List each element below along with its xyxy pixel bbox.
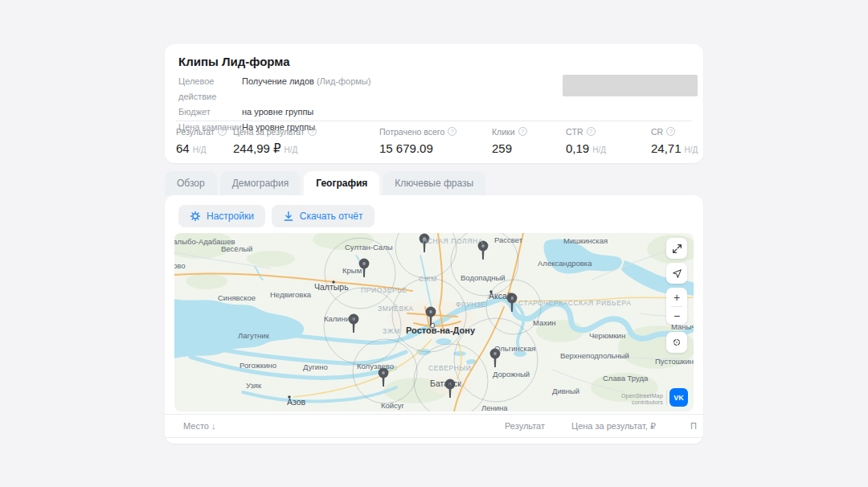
report-toolbar: Настройки Скачать отчёт xyxy=(178,205,375,227)
map-data-layer xyxy=(174,233,694,411)
metric-value-suffix: Н/Д xyxy=(592,145,606,154)
expand-icon xyxy=(672,244,682,254)
marker-dot xyxy=(382,371,385,374)
divider xyxy=(176,121,692,121)
map-marker[interactable] xyxy=(490,349,501,367)
column-header-4[interactable]: П xyxy=(690,421,703,431)
metric: Цена за результат?244,99 ₽Н/Д xyxy=(233,126,379,156)
help-icon[interactable]: ? xyxy=(587,127,596,136)
tab-2[interactable]: Демография xyxy=(220,171,301,195)
help-icon[interactable]: ? xyxy=(666,127,675,136)
map-marker[interactable] xyxy=(478,241,489,260)
metric: Потрачено всего?15 679.09 xyxy=(379,126,492,156)
map-attribution[interactable]: OpenStreetMap contributors xyxy=(621,393,663,406)
place-dot xyxy=(489,290,492,293)
radius-circle xyxy=(325,238,395,309)
metrics-row: Результат?64Н/ДЦена за результат?244,99 … xyxy=(176,126,695,156)
locate-button[interactable] xyxy=(666,332,687,353)
column-header-3[interactable]: Цена за результат, ₽ xyxy=(571,421,690,432)
metric-value: 0,19Н/Д xyxy=(566,141,651,155)
field-budget: Бюджет на уровне группы xyxy=(178,104,690,120)
geography-report-card: Настройки Скачать отчёт xyxy=(165,195,703,444)
metric-value: 24,71Н/Д xyxy=(651,141,698,155)
metric-value-suffix: Н/Д xyxy=(685,145,698,154)
locate-icon xyxy=(671,337,682,348)
tab-1[interactable]: Обзор xyxy=(165,171,217,195)
download-icon xyxy=(283,211,294,222)
metric: CTR?0,19Н/Д xyxy=(566,126,651,156)
place-dot xyxy=(288,395,290,398)
map-marker[interactable] xyxy=(507,293,518,312)
place-dot xyxy=(332,280,334,283)
redacted-block xyxy=(563,75,698,96)
field-value: на уровне группы xyxy=(242,104,313,120)
metric-value-suffix: Н/Д xyxy=(285,145,298,154)
radius-circle xyxy=(486,280,541,334)
metric-label: Результат? xyxy=(176,126,233,137)
report-tabs: ОбзорДемографияГеографияКлючевые фразы xyxy=(165,171,485,195)
map-canvas[interactable]: Халыбо-АдабашевВесёлыйовоСултан-СалыКрым… xyxy=(174,233,694,411)
help-icon[interactable]: ? xyxy=(308,127,317,136)
marker-dot xyxy=(493,352,497,355)
map-marker[interactable] xyxy=(420,234,430,252)
map-marker[interactable] xyxy=(379,368,389,387)
metric-label: CR? xyxy=(651,126,698,137)
marker-dot xyxy=(423,237,426,240)
marker-dot xyxy=(362,262,366,265)
page-title: Клипы Лид-форма xyxy=(165,44,703,69)
attribution-line: contributors xyxy=(621,399,663,406)
map-marker[interactable] xyxy=(445,379,456,398)
metric-value-number: 0,19 xyxy=(566,141,589,155)
help-icon[interactable]: ? xyxy=(218,127,227,136)
metric-value-number: 64 xyxy=(176,141,190,155)
radius-circle xyxy=(414,344,488,411)
metric-label-text: Результат xyxy=(176,127,215,137)
gear-icon xyxy=(190,211,201,222)
metric-label-text: Потрачено всего xyxy=(379,127,444,137)
metric-label: Цена за результат? xyxy=(233,126,379,137)
download-report-button[interactable]: Скачать отчёт xyxy=(272,205,375,227)
map-expand-button[interactable] xyxy=(666,238,687,259)
marker-dot xyxy=(481,244,485,248)
metric-value-suffix: Н/Д xyxy=(193,145,207,154)
zoom-out-button[interactable]: − xyxy=(666,307,687,325)
help-icon[interactable]: ? xyxy=(448,127,457,136)
tab-4[interactable]: Ключевые фразы xyxy=(383,171,485,195)
metric-value-number: 244,99 ₽ xyxy=(233,141,281,156)
column-header-1[interactable]: Место ↓ xyxy=(183,421,505,431)
marker-dot xyxy=(448,383,452,386)
map-marker[interactable] xyxy=(426,307,436,325)
map-marker[interactable] xyxy=(359,259,370,277)
settings-button-label: Настройки xyxy=(207,211,254,222)
metric-value: 64Н/Д xyxy=(176,141,233,155)
map-zoom-control: + − xyxy=(666,288,687,325)
metric-label-text: Клики xyxy=(492,127,515,137)
tab-3[interactable]: География xyxy=(304,171,379,195)
metric-value-number: 24,71 xyxy=(651,141,682,155)
metric-value: 15 679.09 xyxy=(379,141,492,155)
metric-label-text: CTR xyxy=(566,127,583,137)
field-note: (Лид-формы) xyxy=(317,74,371,104)
column-header-2[interactable]: Результат xyxy=(505,421,571,431)
vk-logo[interactable]: VK xyxy=(669,388,688,407)
marker-dot xyxy=(510,297,514,300)
metric-label: CTR? xyxy=(566,126,651,137)
metric-label-text: Цена за результат xyxy=(233,127,305,137)
metric-value-number: 259 xyxy=(492,141,512,155)
field-value: Получение лидов xyxy=(242,74,314,104)
download-button-label: Скачать отчёт xyxy=(300,211,363,222)
metric-label: Потрачено всего? xyxy=(379,126,492,137)
settings-button[interactable]: Настройки xyxy=(178,205,265,227)
map-controls: + − xyxy=(666,238,687,357)
zoom-in-button[interactable]: + xyxy=(666,289,687,306)
metric-value: 244,99 ₽Н/Д xyxy=(233,141,379,156)
map-marker[interactable] xyxy=(349,314,359,333)
metric-value: 259 xyxy=(492,141,566,155)
field-label: Целевое действие xyxy=(178,74,242,104)
geo-table-header: Место ↓РезультатЦена за результат, ₽П xyxy=(165,414,703,438)
help-icon[interactable]: ? xyxy=(518,127,527,136)
map-navigate-button[interactable] xyxy=(666,263,687,284)
metric: Результат?64Н/Д xyxy=(176,126,233,156)
metric-value-number: 15 679.09 xyxy=(379,141,433,155)
marker-dot xyxy=(352,317,355,321)
